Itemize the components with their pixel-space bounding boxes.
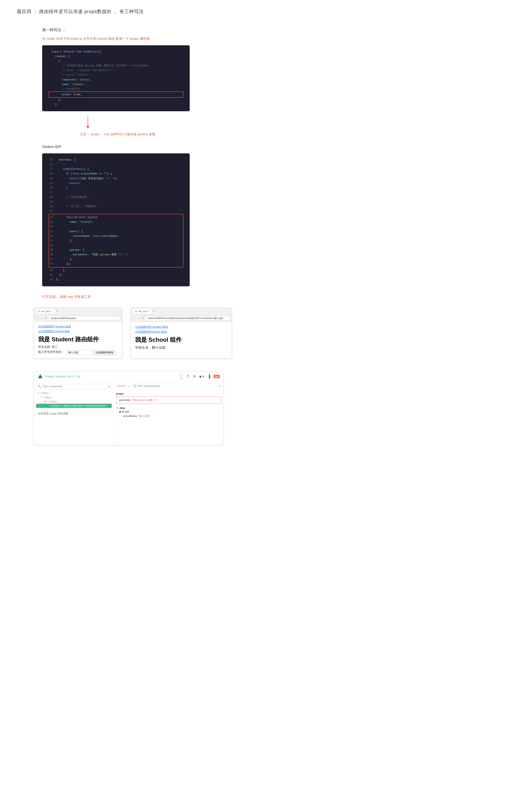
vue-logo-icon (37, 374, 43, 379)
browser1-school-input[interactable] (66, 350, 92, 355)
browser-window-2: V vue_test ✕ + ← → ↻ localhost:8080/#/sc… (131, 308, 232, 358)
browser1-link1[interactable]: 点击我跳转到 Student 路由 (38, 325, 118, 328)
tree-root[interactable]: ▼ < Root > (36, 391, 112, 395)
props-section: props parameter: "我是 params 参数 !!! " (116, 392, 221, 404)
page-title: 题目四 ： 路由组件是可以传递 props数据的 ， 有三种写法 (17, 8, 496, 15)
tree-home-label: < Home > (47, 400, 58, 403)
devtools-right-panel: <School> > 🔍 Filter inspected data <> pr… (114, 382, 223, 445)
filter-inspected-search[interactable]: 🔍 Filter inspected data (132, 384, 217, 388)
browser-nav-2: ← → ↻ localhost:8080/#/school/我是%20param… (131, 315, 232, 322)
devtools-header: Ready. Detected Vue 2.7.14. ⬡ ⏱ ⚙ ◆ ▾ ▐ … (34, 372, 223, 382)
filter-search-icon: 🔍 (134, 384, 137, 387)
browser2-heading: 我是 School 组件 (135, 336, 227, 344)
data-arrow-icon: ▼ (116, 407, 118, 409)
tree-school[interactable]: < School > = $vm0 router-view: /school/:… (36, 404, 112, 408)
browser2-link2[interactable]: 点击我跳转到 School 路由 (135, 330, 227, 334)
data-schoolname-item: schoolName: "翻斗花园" (116, 414, 221, 418)
data-schoolname-value: "翻斗花园" (138, 415, 150, 417)
devtools-panel: Ready. Detected Vue 2.7.14. ⬡ ⏱ ⚙ ◆ ▾ ▐ … (34, 371, 223, 445)
browser2-link1[interactable]: 点击我跳转到 Student 路由 (135, 325, 227, 329)
filter-components-placeholder: Filter components (42, 385, 62, 388)
open-page-text: 打开页面， 观察 vue 开发者工具 (42, 295, 496, 299)
browser1-submit-button[interactable]: 点击跳转学校名 (93, 350, 116, 355)
browser1-student-name: 学生名称: 张三 (38, 345, 118, 349)
breadcrumb-arrow-icon: > (129, 384, 130, 388)
data-section-label: data (119, 406, 125, 410)
section1-highlight: 在 router 目录下的 index.js 文件中的 school 路由 配置… (42, 37, 496, 41)
barchart-icon[interactable]: ▐ (208, 375, 210, 378)
code-view-icon[interactable]: <> (218, 384, 221, 387)
tree-root-label: < Root > (40, 392, 50, 395)
tree-app-label: < App > (43, 396, 52, 399)
special-icon[interactable]: live (213, 375, 220, 378)
timeline-icon[interactable]: ⏱ (186, 375, 190, 378)
data-section: ▼ data ▶ $route schoolName: "翻斗花园" (116, 406, 221, 418)
tree-arrow-app: ▼ (40, 396, 42, 399)
devtools-right-header: <School> > 🔍 Filter inspected data <> (116, 384, 221, 390)
tree-app[interactable]: ▼ < App > (36, 395, 112, 400)
browser-nav-1: ← → ↻ localhost:8080/#/student (34, 315, 122, 321)
browser-bar-1: V vue_test ✕ + (34, 308, 122, 315)
data-route-item[interactable]: ▶ $route (116, 410, 221, 414)
tree-school-label: < School > = $vm0 router-view: /school/:… (49, 404, 107, 407)
browser1-link2[interactable]: 点击我跳转到 School 路由 (38, 329, 118, 333)
student-label: Student 组件 (42, 145, 496, 149)
component-inspector-icon[interactable]: ⬡ (180, 374, 183, 379)
browser1-input-label: 输入学生的学校名： (38, 350, 65, 354)
browser1-heading: 我是 Student 路由组件 (38, 336, 118, 343)
browser-bar-2: V vue_test ✕ + (131, 308, 232, 315)
tree-home[interactable]: ▶ < Home > (36, 400, 112, 404)
code-block-student: 20 methods: { 21 // 22 submitSchool() { … (42, 153, 190, 286)
note-text: 注意 ： props ： true 这种写法 只能传递 params 参数 (80, 132, 496, 136)
props-note: 这里就是 props 里的参数 (36, 410, 112, 417)
plugin-icon[interactable]: ⚙ (193, 374, 196, 378)
data-label[interactable]: ▼ data (116, 406, 221, 410)
tree-arrow-root: ▼ (37, 392, 39, 394)
search-icon: 🔍 (38, 385, 41, 388)
component-breadcrumb: <School> (116, 384, 127, 387)
parameter-value: "我是 params 参数 !!! " (132, 399, 157, 402)
props-label: props (116, 392, 221, 395)
filter-components-icon: ⊕ (108, 385, 110, 388)
section1-label: 第一种写法 ： (42, 27, 496, 32)
settings-chevron-icon[interactable]: ◆ ▾ (199, 374, 204, 378)
code-block-router: export default new VueRouter({ routes: {… (42, 45, 190, 111)
data-route-key: ▶ $route (119, 410, 129, 413)
filter-components-search[interactable]: 🔍 Filter components ⊕ (36, 384, 112, 389)
devtools-body: 🔍 Filter components ⊕ ▼ < Root > ▼ < App… (34, 382, 223, 445)
devtools-ready-text: Ready. Detected Vue 2.7.14. (46, 375, 81, 378)
tree-arrow-home: ▶ (45, 400, 46, 403)
filter-inspected-text: Filter inspected data (137, 384, 160, 387)
browser-window-1: V vue_test ✕ + ← → ↻ localhost:8080/#/st… (34, 308, 122, 358)
data-schoolname-key: schoolName: (123, 415, 138, 417)
browser2-school-name: 学校生名：翻斗花园 (135, 346, 227, 350)
props-box: parameter: "我是 params 参数 !!! " (116, 397, 221, 404)
parameter-key: parameter: (119, 399, 131, 402)
devtools-left-panel: 🔍 Filter components ⊕ ▼ < Root > ▼ < App… (34, 382, 114, 445)
